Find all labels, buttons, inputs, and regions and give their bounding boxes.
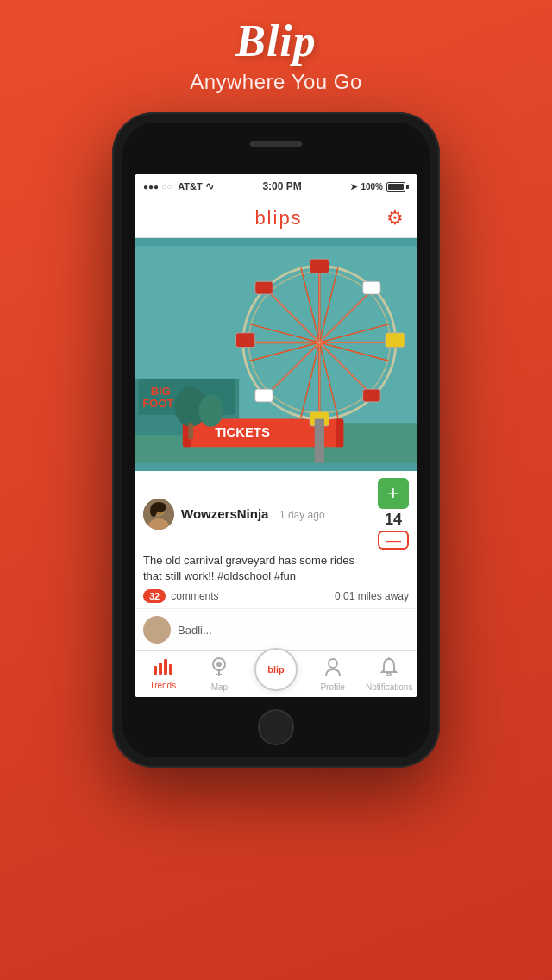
- app-subtitle: Anywhere You Go: [0, 70, 552, 94]
- battery-pct: 100%: [361, 182, 383, 192]
- tab-profile[interactable]: Profile: [304, 651, 361, 697]
- next-post-avatar: [143, 616, 171, 644]
- svg-text:TICKETS: TICKETS: [215, 425, 270, 439]
- svg-rect-52: [159, 663, 162, 675]
- battery-icon: [386, 182, 409, 192]
- svg-rect-40: [363, 389, 381, 402]
- trends-icon: [154, 659, 172, 679]
- svg-rect-33: [310, 259, 329, 273]
- phone-frame: ●●● ○○ AT&T ∿ 3:00 PM ➤ 100%: [112, 112, 440, 768]
- svg-point-58: [387, 673, 391, 676]
- app-title: Blip: [0, 16, 552, 66]
- comments-section[interactable]: 32 comments: [143, 589, 219, 603]
- svg-rect-38: [255, 389, 273, 402]
- comments-count: 32: [143, 589, 166, 603]
- screen-content[interactable]: BIG FOOT TICKETS: [135, 238, 417, 650]
- phone-inner: ●●● ○○ AT&T ∿ 3:00 PM ➤ 100%: [122, 122, 430, 757]
- avatar[interactable]: [143, 499, 174, 530]
- speaker: [250, 141, 302, 147]
- vote-controls: + 14 —: [378, 478, 409, 550]
- post-image[interactable]: BIG FOOT TICKETS: [135, 238, 417, 471]
- post-user-info: WowzersNinja 1 day ago: [181, 506, 325, 522]
- carrier-label: AT&T: [178, 181, 203, 192]
- tab-blip[interactable]: blip: [248, 651, 304, 697]
- blip-text: blip: [267, 664, 285, 675]
- trends-label: Trends: [149, 681, 176, 690]
- post-caption: The old carnival graveyard has some ride…: [143, 553, 409, 584]
- vote-count: 14: [385, 511, 402, 529]
- tab-trends[interactable]: Trends: [135, 651, 191, 697]
- profile-label: Profile: [320, 682, 344, 692]
- post-user-left: WowzersNinja 1 day ago: [143, 499, 325, 530]
- tab-map[interactable]: Map: [191, 651, 248, 697]
- notifications-icon: [380, 657, 398, 681]
- post-meta: 32 comments 0.01 miles away: [143, 589, 409, 603]
- location-icon: ➤: [350, 182, 357, 192]
- status-left: ●●● ○○ AT&T ∿: [143, 180, 214, 192]
- app-header: Blip Anywhere You Go: [0, 16, 552, 94]
- svg-rect-43: [188, 423, 193, 439]
- status-right: ➤ 100%: [350, 182, 409, 192]
- home-button[interactable]: [258, 709, 294, 745]
- post-info: WowzersNinja 1 day ago + 14 — The old ca…: [135, 471, 417, 609]
- blip-circle-button[interactable]: blip: [254, 648, 298, 691]
- svg-rect-39: [255, 281, 273, 294]
- comments-label: comments: [171, 590, 218, 602]
- tab-notifications[interactable]: Notifications: [361, 651, 417, 697]
- distance: 0.01 miles away: [335, 590, 409, 602]
- username: WowzersNinja: [181, 506, 268, 521]
- notifications-label: Notifications: [366, 682, 412, 692]
- tab-bar: Trends Map: [135, 650, 417, 697]
- svg-rect-51: [154, 666, 157, 675]
- post-user-row: WowzersNinja 1 day ago + 14 —: [143, 478, 409, 550]
- map-icon: [210, 657, 228, 681]
- svg-rect-36: [386, 333, 405, 348]
- svg-rect-9: [336, 419, 343, 448]
- upvote-button[interactable]: +: [378, 478, 409, 509]
- next-post-text: Badli...: [178, 624, 212, 637]
- svg-text:FOOT: FOOT: [142, 397, 173, 410]
- map-label: Map: [211, 682, 228, 692]
- post-time: 1 day ago: [279, 509, 325, 521]
- svg-rect-59: [388, 657, 390, 659]
- svg-rect-37: [363, 281, 381, 294]
- svg-point-57: [329, 659, 337, 668]
- status-time: 3:00 PM: [262, 180, 301, 192]
- profile-icon: [324, 657, 342, 681]
- svg-rect-53: [164, 659, 167, 675]
- app-nav: blips ⚙: [135, 198, 417, 238]
- settings-icon[interactable]: ⚙: [386, 207, 404, 229]
- svg-point-44: [199, 395, 223, 427]
- svg-point-50: [150, 505, 157, 517]
- nav-title: blips: [254, 207, 302, 229]
- screen: ●●● ○○ AT&T ∿ 3:00 PM ➤ 100%: [135, 174, 417, 697]
- svg-rect-41: [315, 419, 324, 463]
- svg-point-56: [216, 662, 222, 667]
- svg-rect-54: [169, 664, 172, 675]
- svg-text:BIG: BIG: [151, 385, 171, 398]
- status-bar: ●●● ○○ AT&T ∿ 3:00 PM ➤ 100%: [135, 174, 417, 198]
- next-post-partial[interactable]: Badli...: [135, 609, 417, 650]
- svg-rect-35: [235, 333, 254, 348]
- downvote-button[interactable]: —: [378, 531, 409, 550]
